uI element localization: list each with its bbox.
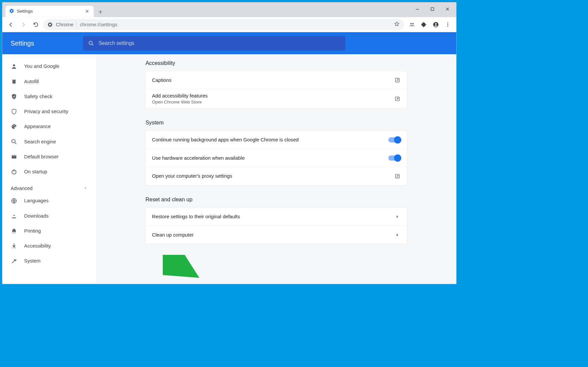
section-accessibility-title: Accessibility bbox=[145, 60, 407, 66]
svg-point-16 bbox=[13, 125, 14, 126]
open-external-icon bbox=[394, 77, 400, 83]
sidebar-item-label: Appearance bbox=[24, 124, 51, 129]
accessibility-icon bbox=[11, 243, 17, 249]
sidebar-item-label: Accessibility bbox=[24, 243, 51, 249]
sidebar-item-label: You and Google bbox=[24, 64, 60, 69]
new-tab-button[interactable]: + bbox=[95, 7, 105, 17]
row-label: Captions bbox=[152, 77, 172, 83]
system-card: Continue running background apps when Go… bbox=[145, 130, 407, 185]
sidebar-item-label: Safety check bbox=[24, 94, 53, 99]
reset-card: Restore settings to their original defau… bbox=[145, 207, 407, 244]
svg-point-18 bbox=[15, 126, 16, 127]
sidebar-item-printing[interactable]: Printing bbox=[2, 224, 96, 239]
svg-point-15 bbox=[12, 126, 13, 127]
row-sublabel: Open Chrome Web Store bbox=[152, 100, 208, 105]
sidebar-item-appearance[interactable]: Appearance bbox=[2, 119, 96, 134]
settings-title: Settings bbox=[11, 40, 34, 47]
search-settings-input[interactable]: Search settings bbox=[83, 36, 345, 51]
svg-point-3 bbox=[49, 24, 51, 25]
reload-button[interactable] bbox=[31, 20, 41, 30]
annotation-arrow bbox=[163, 255, 202, 281]
person-icon bbox=[11, 63, 17, 70]
svg-point-19 bbox=[12, 139, 15, 143]
tab-settings[interactable]: Settings ✕ bbox=[5, 6, 94, 17]
incognito-users-icon[interactable] bbox=[407, 20, 417, 30]
kebab-menu-icon[interactable] bbox=[443, 20, 453, 30]
row-restore-defaults[interactable]: Restore settings to their original defau… bbox=[145, 208, 407, 226]
sidebar: You and Google Autofill Safety check Pri… bbox=[2, 54, 96, 284]
row-label: Open your computer's proxy settings bbox=[152, 173, 232, 179]
svg-rect-26 bbox=[13, 229, 15, 230]
accessibility-card: Captions Add accessibility features Open… bbox=[145, 71, 407, 109]
chrome-logo-icon bbox=[48, 22, 53, 27]
omnibox[interactable]: Chrome chrome://settings bbox=[43, 19, 404, 30]
svg-rect-0 bbox=[416, 9, 419, 9]
sidebar-item-label: Search engine bbox=[24, 139, 56, 144]
sidebar-item-accessibility[interactable]: Accessibility bbox=[2, 239, 96, 254]
omnibox-label: Chrome bbox=[56, 22, 74, 27]
sidebar-item-downloads[interactable]: Downloads bbox=[2, 208, 96, 223]
row-captions[interactable]: Captions bbox=[145, 71, 407, 90]
row-clean-up-computer[interactable]: Clean up computer bbox=[145, 226, 407, 244]
content-area[interactable]: Accessibility Captions Add accessibility… bbox=[96, 54, 456, 284]
forward-button[interactable] bbox=[18, 20, 28, 30]
svg-point-9 bbox=[447, 24, 448, 25]
profile-icon[interactable] bbox=[431, 20, 441, 30]
sidebar-item-system[interactable]: System bbox=[2, 254, 96, 269]
row-proxy-settings[interactable]: Open your computer's proxy settings bbox=[145, 167, 407, 185]
download-icon bbox=[11, 213, 17, 219]
sidebar-item-you-and-google[interactable]: You and Google bbox=[2, 59, 96, 74]
close-tab-icon[interactable]: ✕ bbox=[84, 8, 90, 15]
browser-window: Settings ✕ + Chrome chrome://settings bbox=[2, 2, 457, 284]
sidebar-item-search-engine[interactable]: Search engine bbox=[2, 134, 96, 149]
address-bar: Chrome chrome://settings bbox=[2, 17, 456, 32]
chevron-right-icon bbox=[394, 232, 400, 238]
maximize-button[interactable] bbox=[425, 4, 440, 14]
shield-icon bbox=[11, 108, 17, 115]
clipboard-icon bbox=[11, 78, 17, 85]
sidebar-item-languages[interactable]: Languages bbox=[2, 193, 96, 208]
search-icon bbox=[88, 40, 94, 46]
back-button[interactable] bbox=[6, 20, 16, 30]
row-hardware-acceleration[interactable]: Use hardware acceleration when available bbox=[145, 149, 407, 167]
extensions-icon[interactable] bbox=[419, 20, 429, 30]
sidebar-item-label: System bbox=[24, 258, 41, 264]
svg-rect-13 bbox=[12, 80, 15, 84]
toggle-background-apps[interactable] bbox=[388, 137, 400, 142]
sidebar-item-safety-check[interactable]: Safety check bbox=[2, 89, 96, 104]
sidebar-item-label: Printing bbox=[24, 228, 41, 234]
svg-point-7 bbox=[435, 23, 437, 25]
section-reset-title: Reset and clean up bbox=[145, 196, 407, 203]
titlebar: Settings ✕ + bbox=[2, 2, 456, 17]
sidebar-item-on-startup[interactable]: On startup bbox=[2, 164, 96, 179]
shield-check-icon bbox=[11, 93, 17, 100]
minimize-button[interactable] bbox=[410, 4, 425, 14]
printer-icon bbox=[11, 228, 17, 234]
advanced-label: Advanced bbox=[11, 186, 33, 191]
svg-rect-21 bbox=[12, 155, 16, 156]
row-background-apps[interactable]: Continue running background apps when Go… bbox=[145, 131, 407, 149]
svg-rect-1 bbox=[431, 8, 434, 11]
sidebar-item-privacy[interactable]: Privacy and security bbox=[2, 104, 96, 119]
sidebar-item-default-browser[interactable]: Default browser bbox=[2, 149, 96, 164]
sidebar-item-autofill[interactable]: Autofill bbox=[2, 74, 96, 89]
sidebar-item-label: On startup bbox=[24, 169, 47, 175]
browser-icon bbox=[11, 153, 17, 160]
chevron-up-icon bbox=[83, 186, 87, 191]
svg-rect-24 bbox=[12, 218, 16, 218]
close-window-button[interactable] bbox=[440, 4, 455, 14]
bookmark-star-icon[interactable] bbox=[394, 21, 400, 28]
svg-point-4 bbox=[410, 23, 412, 24]
wrench-icon bbox=[11, 258, 17, 265]
settings-header: Settings Search settings bbox=[2, 32, 456, 54]
section-system-title: System bbox=[145, 120, 407, 126]
svg-point-10 bbox=[447, 26, 448, 27]
svg-point-28 bbox=[13, 244, 14, 245]
toggle-hardware-acceleration[interactable] bbox=[388, 155, 400, 161]
main-area: You and Google Autofill Safety check Pri… bbox=[2, 54, 456, 284]
sidebar-item-label: Default browser bbox=[24, 154, 59, 160]
open-external-icon bbox=[394, 173, 400, 179]
sidebar-advanced-toggle[interactable]: Advanced bbox=[2, 179, 96, 193]
row-add-accessibility[interactable]: Add accessibility features Open Chrome W… bbox=[145, 89, 407, 108]
search-icon bbox=[11, 138, 17, 145]
